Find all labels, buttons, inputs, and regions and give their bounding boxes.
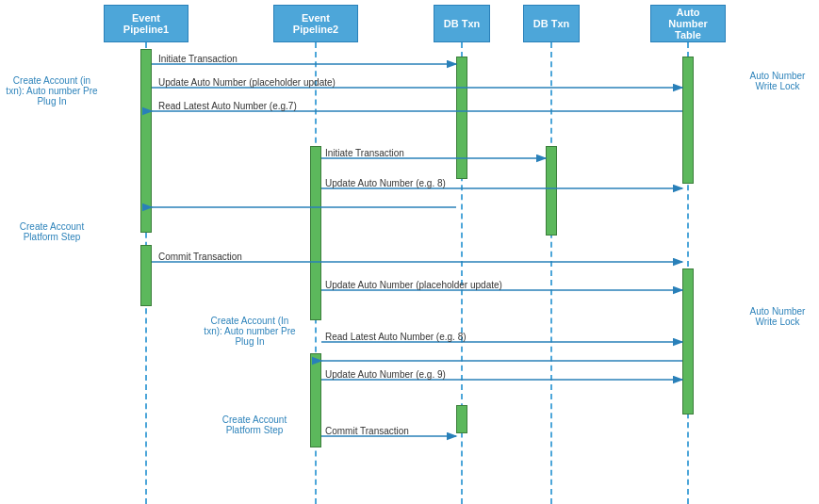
actor-dbtxn1: DB Txn bbox=[434, 5, 490, 42]
label-read-latest-1: Read Latest Auto Number (e.g.7) bbox=[158, 101, 297, 111]
activation-dbtxn1-1 bbox=[456, 57, 467, 179]
activation-dbtxn1-2 bbox=[456, 405, 467, 433]
label-update-auto-2: Update Auto Number (e.g. 8) bbox=[325, 178, 446, 188]
actor-ep2: Event Pipeline2 bbox=[273, 5, 358, 42]
actor-dbtxn2: DB Txn bbox=[523, 5, 580, 42]
activation-ep2-1 bbox=[310, 146, 321, 320]
right-label-write-lock-1: Auto Number Write Lock bbox=[745, 71, 811, 91]
actor-ant: Auto Number Table bbox=[650, 5, 726, 42]
activation-dbtxn2 bbox=[546, 146, 557, 236]
activation-ant-1 bbox=[682, 57, 694, 184]
left-label-create-platform-2: Create Account Platform Step bbox=[212, 415, 297, 435]
label-initiate-txn-2: Initiate Transaction bbox=[325, 148, 404, 158]
left-label-create-account-1: Create Account (in txn): Auto number Pre… bbox=[5, 75, 99, 106]
actor-ep1: Event Pipeline1 bbox=[104, 5, 188, 42]
right-label-write-lock-2: Auto Number Write Lock bbox=[745, 306, 811, 327]
label-update-placeholder-2: Update Auto Number (placeholder update) bbox=[325, 280, 502, 290]
left-label-create-platform-1: Create Account Platform Step bbox=[9, 221, 94, 242]
label-commit-2: Commit Transaction bbox=[325, 426, 409, 436]
activation-ep1-2 bbox=[140, 245, 152, 306]
arrows-svg bbox=[0, 0, 819, 504]
label-update-auto-3: Update Auto Number (e.g. 9) bbox=[325, 369, 446, 380]
label-update-auto-1: Update Auto Number (placeholder update) bbox=[158, 77, 336, 88]
label-read-latest-2: Read Latest Auto Number (e.g. 8) bbox=[325, 332, 467, 342]
activation-ep1-1 bbox=[140, 49, 152, 233]
label-initiate-txn-1: Initiate Transaction bbox=[158, 54, 238, 64]
activation-ant-2 bbox=[682, 268, 694, 415]
diagram: Event Pipeline1 Event Pipeline2 DB Txn D… bbox=[0, 0, 819, 504]
left-label-create-account-2: Create Account (In txn): Auto number Pre… bbox=[203, 316, 297, 347]
activation-ep2-2 bbox=[310, 353, 321, 447]
label-commit-1: Commit Transaction bbox=[158, 252, 242, 262]
lifeline-dbtxn2 bbox=[550, 42, 552, 504]
